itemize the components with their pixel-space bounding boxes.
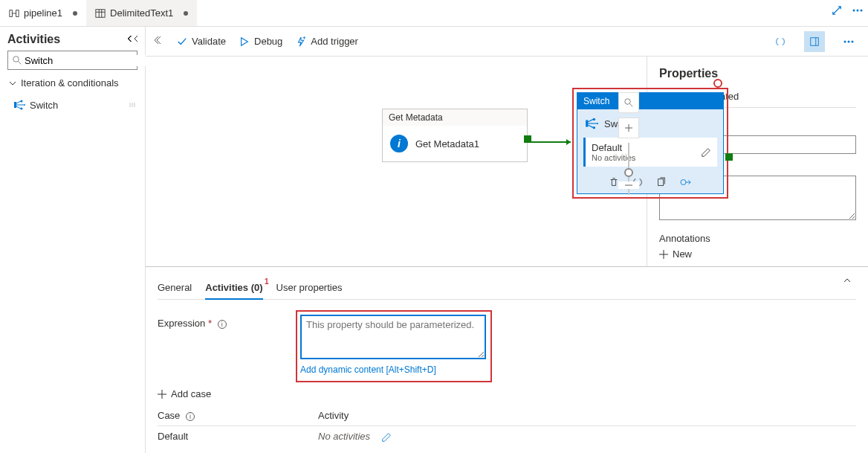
- zoom-thumb[interactable]: [624, 168, 633, 177]
- add-case-label: Add case: [171, 388, 211, 399]
- svg-line-11: [19, 62, 22, 65]
- svg-point-35: [593, 126, 595, 129]
- dirty-indicator-icon: [184, 11, 188, 16]
- info-icon[interactable]: i: [218, 320, 227, 329]
- activities-search[interactable]: [7, 51, 137, 70]
- tab-activities[interactable]: Activities (0) 1: [205, 276, 262, 299]
- check-icon: [177, 36, 187, 47]
- activities-sidebar: Activities Iteration & conditionals Swit…: [0, 27, 146, 453]
- add-case-button[interactable]: Add case: [158, 382, 856, 405]
- dataset-icon: [95, 8, 106, 19]
- sidebar-title: Activities: [7, 33, 60, 46]
- plus-icon: [659, 250, 668, 259]
- activity-details: General Activities (0) 1 User properties…: [146, 266, 868, 453]
- toolbar-more-icon[interactable]: [838, 31, 859, 52]
- reset-zoom-button[interactable]: [618, 92, 639, 113]
- svg-point-37: [681, 180, 686, 185]
- annotations-label: Annotations: [659, 233, 856, 244]
- case-row-default: Default No activities: [158, 426, 856, 447]
- info-icon[interactable]: i: [186, 412, 195, 421]
- search-icon: [13, 56, 22, 65]
- properties-pane-button[interactable]: [804, 31, 825, 52]
- svg-point-8: [857, 10, 859, 12]
- case-activity: No activities: [318, 431, 370, 442]
- pipeline-icon: [9, 8, 19, 19]
- add-trigger-label: Add trigger: [311, 36, 358, 47]
- tab-pipeline1[interactable]: pipeline1: [0, 0, 86, 26]
- tab-user-properties[interactable]: User properties: [276, 276, 343, 299]
- group-label: Iteration & conditionals: [21, 77, 119, 89]
- validate-label: Validate: [192, 36, 226, 47]
- output-port[interactable]: [725, 153, 733, 161]
- svg-rect-29: [586, 121, 588, 127]
- svg-point-7: [853, 10, 855, 12]
- pipeline-canvas[interactable]: Get Metadata i Get Metadata1 Switch: [146, 57, 647, 266]
- svg-rect-36: [658, 179, 664, 186]
- node-header: Get Metadata: [383, 109, 527, 126]
- edge[interactable]: [528, 141, 571, 143]
- svg-rect-1: [16, 10, 19, 16]
- switch-default-case[interactable]: Default No activities: [583, 138, 717, 167]
- more-icon[interactable]: [847, 0, 868, 21]
- svg-point-26: [844, 40, 846, 42]
- tab-label: DelimitedText1: [110, 7, 173, 19]
- add-dynamic-content-link[interactable]: Add dynamic content [Alt+Shift+D]: [300, 364, 436, 375]
- svg-line-39: [630, 104, 633, 107]
- debug-label: Debug: [254, 36, 282, 47]
- case-table-header: Case i Activity: [158, 405, 856, 426]
- detail-tabs: General Activities (0) 1 User properties: [158, 276, 856, 300]
- trigger-icon: [296, 36, 306, 47]
- svg-rect-24: [811, 37, 819, 45]
- edit-icon[interactable]: [701, 147, 711, 158]
- svg-point-17: [24, 104, 25, 106]
- svg-point-16: [21, 100, 23, 103]
- debug-button[interactable]: Debug: [239, 36, 282, 47]
- svg-point-27: [848, 40, 850, 42]
- activity-switch-item[interactable]: Switch: [7, 96, 137, 114]
- validate-button[interactable]: Validate: [177, 36, 226, 47]
- group-iteration-conditionals[interactable]: Iteration & conditionals: [7, 74, 137, 91]
- activity-header-label: Activity: [318, 410, 349, 421]
- canvas-tools: [618, 92, 639, 189]
- tab-delimitedtext1[interactable]: DelimitedText1: [86, 0, 197, 26]
- node-switch-highlight: Switch Switch1 Default No activities: [572, 88, 728, 199]
- panel-title: Properties: [659, 67, 856, 80]
- svg-line-30: [589, 119, 594, 121]
- plus-icon: [158, 390, 166, 399]
- collapse-icon[interactable]: [123, 34, 137, 45]
- add-trigger-button[interactable]: Add trigger: [296, 36, 358, 47]
- node-switch[interactable]: Switch Switch1 Default No activities: [577, 92, 724, 194]
- edit-icon[interactable]: [381, 432, 392, 443]
- expression-highlight: Add dynamic content [Alt+Shift+D]: [296, 310, 492, 382]
- tab-label: pipeline1: [24, 7, 62, 19]
- expand-icon[interactable]: [826, 0, 847, 21]
- copy-icon[interactable]: [656, 177, 667, 187]
- zoom-in-button[interactable]: [618, 118, 639, 138]
- code-view-button[interactable]: [770, 31, 791, 52]
- validation-error-icon: [713, 79, 722, 88]
- collapse-toolbar-icon[interactable]: [155, 36, 163, 47]
- node-toolbar: [577, 173, 723, 193]
- svg-point-33: [593, 118, 595, 121]
- svg-point-18: [21, 108, 23, 110]
- case-name: Default: [158, 431, 306, 443]
- svg-point-10: [13, 57, 19, 62]
- zoom-out-button[interactable]: [618, 181, 639, 189]
- new-label: New: [673, 248, 692, 260]
- link-out-icon[interactable]: [680, 177, 692, 187]
- svg-point-9: [861, 10, 863, 12]
- node-get-metadata[interactable]: Get Metadata i Get Metadata1: [382, 109, 528, 162]
- svg-rect-3: [96, 9, 105, 17]
- tab-general[interactable]: General: [158, 276, 192, 299]
- play-icon: [239, 36, 250, 47]
- search-input[interactable]: [25, 55, 149, 66]
- info-icon: i: [390, 135, 408, 152]
- switch-icon: [585, 117, 598, 130]
- delete-icon[interactable]: [609, 177, 619, 187]
- expression-input[interactable]: [300, 315, 486, 359]
- collapse-details-icon[interactable]: [843, 276, 856, 299]
- svg-rect-12: [14, 102, 16, 108]
- dirty-indicator-icon: [73, 11, 77, 16]
- case-header-label: Case: [158, 410, 180, 421]
- add-annotation-button[interactable]: New: [659, 244, 856, 260]
